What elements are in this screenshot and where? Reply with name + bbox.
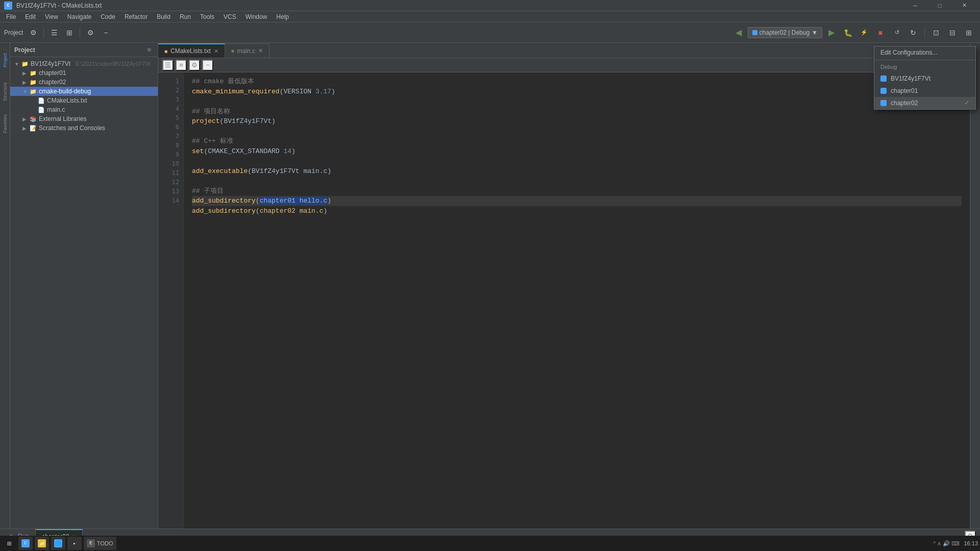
menu-file[interactable]: File: [2, 12, 20, 21]
editor-settings-btn[interactable]: ⚙: [189, 60, 200, 71]
start-button[interactable]: ⊞: [2, 538, 16, 549]
tree-main-c-label: main.c: [47, 106, 65, 113]
editor-hide-btn[interactable]: −: [202, 60, 213, 71]
menu-help[interactable]: Help: [272, 12, 293, 21]
config-dropdown[interactable]: chapter02 | Debug ▼: [748, 27, 822, 38]
right-sidebar: [970, 43, 980, 529]
toolbar-gear-btn[interactable]: ⚙: [83, 26, 97, 40]
project-panel-header: Project ⚙: [10, 43, 158, 57]
debug-label: Debug: [880, 64, 897, 70]
main-c-file-icon: 📄: [38, 107, 45, 113]
profile-button[interactable]: ↺: [890, 26, 904, 40]
taskbar-file-explorer[interactable]: 📁: [35, 537, 49, 550]
run-back-btn[interactable]: ◀: [731, 26, 746, 40]
menu-vcs[interactable]: VCS: [219, 12, 240, 21]
taskbar-explorer-icon: 📁: [38, 539, 46, 547]
ext-libs-icon: 📚: [30, 116, 37, 122]
toolbar: Project ⚙ ☰ ⊞ ⚙ − ◀ chapter02 | Debug ▼ …: [0, 22, 980, 43]
cmake-icon-1: [880, 76, 887, 82]
line-num-5: 5: [158, 113, 179, 122]
taskbar-terminal[interactable]: ▸: [67, 537, 82, 550]
config-item-ch02[interactable]: chapter02 ✓: [874, 97, 975, 109]
code-editor: 1 2 3 4 5 6 7 8 9 10 11 12 13 14 ## cmak…: [158, 72, 970, 529]
taskbar-browser[interactable]: 🌐: [51, 537, 65, 550]
project-panel: Project ⚙ ▼ 📁 BV1fZ4y1F7Vt E:\2021\c\cli…: [10, 43, 158, 529]
edit-configurations-item[interactable]: Edit Configurations...: [874, 46, 975, 59]
taskbar-clion-icon: C: [21, 539, 30, 547]
toolbar-expand-btn[interactable]: ⊞: [62, 26, 77, 40]
toolbar-settings-btn[interactable]: ⚙: [26, 26, 40, 40]
menu-run[interactable]: Run: [176, 12, 195, 21]
window-controls[interactable]: ─ □ ✕: [903, 0, 976, 11]
code-content[interactable]: ## cmake 最低版本 cmake_minimum_required(VER…: [184, 72, 970, 529]
run-with-coverage-btn[interactable]: ⚡: [857, 26, 871, 40]
tab-cmakelists-close[interactable]: ✕: [214, 48, 218, 55]
menu-window[interactable]: Window: [241, 12, 272, 21]
menu-code[interactable]: Code: [96, 12, 119, 21]
menu-navigate[interactable]: Navigate: [63, 12, 95, 21]
tree-cmake-build-debug[interactable]: ▼ 📁 cmake-build-debug: [10, 87, 158, 96]
debug-button[interactable]: 🐛: [841, 26, 855, 40]
taskbar-clock: 16:13: [964, 540, 978, 546]
left-sidebar-icons: Project Structure Favorites: [0, 43, 10, 529]
taskbar-tray: ^ ∧ 🔊 ⌨ 16:13: [933, 540, 978, 547]
cmakelists-file-icon: 📄: [38, 97, 45, 104]
tab-main-c-close[interactable]: ✕: [258, 47, 263, 54]
line-num-7: 7: [158, 132, 179, 141]
project-gear-btn[interactable]: ⚙: [144, 45, 154, 55]
close-button[interactable]: ✕: [952, 0, 976, 11]
tree-chapter01[interactable]: ▶ 📁 chapter01: [10, 68, 158, 78]
config-item-bv1[interactable]: BV1fZ4y1F7Vt: [874, 72, 975, 85]
tree-cmakelists[interactable]: 📄 CMakeLists.txt: [10, 96, 158, 105]
line-num-8: 8: [158, 141, 179, 150]
tab-cmakelists[interactable]: ■ CMakeLists.txt ✕: [158, 43, 225, 58]
taskbar-todo-app[interactable]: E TODO: [84, 537, 116, 550]
config-area: ◀ chapter02 | Debug ▼ ▶ 🐛 ⚡ ■ ↺ ↻ Edit C…: [731, 26, 976, 40]
scratches-arrow-icon: ▶: [22, 126, 28, 131]
root-arrow-icon: ▼: [14, 61, 19, 67]
toolbar-section-left: Project ⚙ ☰ ⊞ ⚙ −: [4, 26, 113, 40]
toolbar-minus-btn[interactable]: −: [99, 26, 113, 40]
line-num-3: 3: [158, 95, 179, 104]
minimize-button[interactable]: ─: [903, 0, 927, 11]
tab-cmakelists-label: CMakeLists.txt: [170, 47, 211, 55]
menu-tools[interactable]: Tools: [196, 12, 218, 21]
line-num-14: 14: [158, 196, 179, 205]
code-line-3: [192, 96, 962, 107]
project-panel-title: Project: [14, 46, 35, 54]
code-line-11: [192, 176, 962, 186]
tree-scratches[interactable]: ▶ 📝 Scratches and Consoles: [10, 123, 158, 133]
layout-btn3[interactable]: ⊞: [962, 26, 976, 40]
editor-breadcrumb-toggle[interactable]: ☰: [162, 60, 174, 71]
line-num-4: 4: [158, 104, 179, 113]
tree-main-c[interactable]: 📄 main.c: [10, 105, 158, 114]
code-line-4: ## 项目名称: [192, 107, 962, 117]
code-line-13: add_subdirectory(chapter01 hello.c): [192, 196, 962, 206]
menu-build[interactable]: Build: [153, 12, 175, 21]
tree-chapter01-label: chapter01: [39, 69, 66, 77]
stop-button[interactable]: ■: [873, 26, 888, 40]
restore-button[interactable]: □: [928, 0, 951, 11]
tree-external-libs[interactable]: ▶ 📚 External Libraries: [10, 114, 158, 123]
chapter01-folder-icon: 📁: [30, 70, 37, 77]
tree-chapter02[interactable]: ▶ 📁 chapter02: [10, 78, 158, 87]
config-label: chapter02 | Debug: [760, 29, 810, 36]
sidebar-tab-favorites[interactable]: Favorites: [1, 108, 10, 139]
layout-btn2[interactable]: ⊟: [945, 26, 960, 40]
toolbar-sort-btn[interactable]: ☰: [47, 26, 61, 40]
layout-split-btn[interactable]: ⊡: [929, 26, 943, 40]
menu-edit[interactable]: Edit: [21, 12, 40, 21]
menu-view[interactable]: View: [41, 12, 62, 21]
title-bar-left: C BV1fZ4y1F7Vt - CMakeLists.txt: [4, 2, 102, 10]
tree-root[interactable]: ▼ 📁 BV1fZ4y1F7Vt E:\2021\c\clion\BV1fZ4y…: [10, 59, 158, 68]
menu-refactor[interactable]: Refactor: [120, 12, 152, 21]
tree-chapter02-label: chapter02: [39, 79, 66, 86]
cmake-refresh-btn[interactable]: ↻: [906, 26, 920, 40]
run-button[interactable]: ▶: [824, 26, 839, 40]
taskbar-clion[interactable]: C: [18, 537, 33, 550]
sidebar-tab-project[interactable]: Project: [1, 45, 10, 76]
editor-structure-btn[interactable]: ≡: [176, 60, 187, 71]
config-item-ch01[interactable]: chapter01: [874, 85, 975, 97]
sidebar-tab-structure[interactable]: Structure: [1, 77, 10, 107]
tab-main-c[interactable]: ■ main.c ✕: [225, 43, 270, 58]
